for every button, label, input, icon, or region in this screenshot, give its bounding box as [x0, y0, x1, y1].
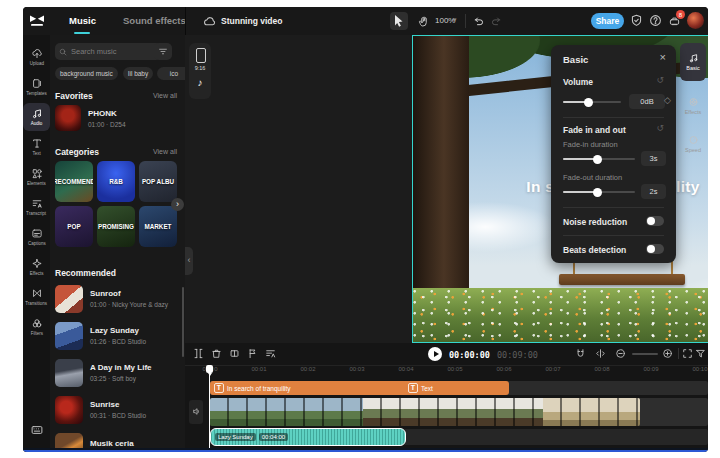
delete-icon[interactable] — [211, 348, 222, 359]
sidebar-item-text[interactable]: Text — [23, 133, 50, 161]
zoom-slider[interactable] — [632, 353, 658, 355]
shield-check-icon[interactable] — [630, 14, 643, 27]
left-sidebar: Upload Templates Audio Text Elements Tra… — [23, 35, 50, 452]
cloud-sync-icon[interactable] — [203, 15, 216, 28]
search-icon — [59, 48, 67, 56]
list-item[interactable]: Sunroof 01:00 · Nicky Youre & dazy — [55, 285, 180, 313]
keyframe-diamond-icon[interactable]: ◇ — [664, 95, 671, 105]
meadow-art — [413, 288, 708, 343]
split-icon[interactable] — [193, 348, 204, 359]
noise-reduction-label: Noise reduction — [563, 217, 627, 227]
category-tile[interactable]: POP ALBU — [139, 161, 177, 202]
sidebar-item-transitions[interactable]: Transitions — [23, 283, 50, 311]
text-clip[interactable]: T In search of tranquility — [210, 381, 409, 395]
category-tile[interactable]: R&B — [97, 161, 135, 202]
music-filter-button[interactable] — [154, 43, 172, 60]
transcript-icon[interactable] — [265, 348, 276, 359]
category-tile[interactable]: PROMISING — [97, 206, 135, 247]
undo-icon[interactable] — [473, 15, 485, 27]
flag-icon[interactable] — [247, 348, 258, 359]
fade-reset-icon[interactable]: ↺ — [656, 123, 664, 133]
tag-chip[interactable]: lil baby — [123, 67, 153, 80]
tag-chip[interactable]: background music — [55, 67, 118, 80]
tab-sound-effects[interactable]: Sound effects — [123, 15, 186, 26]
playhead[interactable] — [206, 365, 214, 448]
track-mute-button[interactable] — [189, 400, 203, 424]
fullscreen-icon[interactable] — [682, 348, 693, 359]
right-rail-effects[interactable]: Effects — [680, 87, 706, 125]
app-logo-icon[interactable] — [29, 14, 45, 28]
total-time: 00:09:00 — [497, 350, 538, 360]
category-tile[interactable]: RECOMMEND — [55, 161, 93, 202]
fade-in-slider[interactable] — [563, 158, 635, 160]
sidebar-item-captions[interactable]: Captions — [23, 223, 50, 251]
recommended-header: Recommended — [55, 268, 116, 278]
sidebar-item-templates[interactable]: Templates — [23, 73, 50, 101]
volume-reset-icon[interactable]: ↺ — [656, 75, 664, 85]
upload-icon — [31, 48, 43, 59]
right-rail-speed[interactable]: Speed — [680, 125, 706, 163]
fade-out-value[interactable]: 2s — [641, 184, 666, 199]
magnet-icon[interactable] — [575, 348, 586, 359]
category-tile[interactable]: MARKET — [139, 206, 177, 247]
list-item[interactable]: Sunrise 00:31 · BCD Studio — [55, 396, 180, 424]
effects-icon — [31, 258, 43, 269]
list-item[interactable]: Lazy Sunday 01:26 · BCD Studio — [55, 322, 180, 350]
hand-tool-icon[interactable] — [418, 15, 430, 28]
timeline-play-button[interactable] — [428, 347, 442, 361]
category-tile[interactable]: POP — [55, 206, 93, 247]
close-icon[interactable]: × — [660, 51, 666, 63]
fade-in-value[interactable]: 3s — [641, 151, 666, 166]
help-icon[interactable] — [649, 14, 662, 27]
fade-out-slider[interactable] — [563, 191, 635, 193]
text-icon — [31, 138, 43, 149]
timeline-ruler[interactable]: 00:00 00:01 00:02 00:03 00:04 00:05 00:0… — [185, 366, 708, 379]
cursor-tool-button[interactable] — [390, 12, 408, 30]
play-icon — [434, 351, 439, 357]
adapt-icon[interactable] — [695, 348, 706, 359]
share-button[interactable]: Share — [591, 13, 624, 29]
filter-icon — [158, 47, 168, 56]
transitions-icon — [31, 288, 43, 299]
panel-scrollbar[interactable] — [182, 287, 184, 357]
sidebar-item-effects[interactable]: Effects — [23, 253, 50, 281]
fade-out-label: Fade-out duration — [563, 173, 622, 182]
shortcuts-icon[interactable] — [31, 425, 43, 435]
volume-slider[interactable] — [563, 101, 621, 103]
crop-icon[interactable] — [229, 348, 240, 359]
list-item[interactable]: PHONK 01:00 · D254 — [55, 105, 180, 131]
list-item[interactable]: A Day in My Life 03:25 · Soft boy — [55, 359, 180, 387]
favorites-view-all[interactable]: View all — [153, 92, 177, 99]
zoom-in-icon[interactable] — [662, 348, 673, 359]
search-input[interactable] — [55, 43, 161, 60]
sidebar-item-upload[interactable]: Upload — [23, 43, 50, 71]
beats-detection-toggle[interactable] — [646, 244, 664, 254]
video-clip[interactable] — [210, 398, 640, 426]
ratio-pill[interactable]: 9:16 ♪ — [189, 43, 211, 99]
phone-icon — [196, 48, 206, 63]
song-thumbnail — [55, 285, 83, 313]
avatar[interactable] — [687, 12, 704, 29]
tiktok-icon[interactable]: ♪ — [189, 77, 211, 88]
noise-reduction-toggle[interactable] — [646, 216, 664, 226]
sidebar-item-audio[interactable]: Audio — [23, 103, 50, 131]
panel-collapse-handle[interactable]: ‹ — [185, 247, 193, 275]
volume-value[interactable]: 0dB — [629, 94, 665, 109]
video-segment — [543, 398, 640, 426]
text-clip-icon: T — [214, 383, 224, 393]
sidebar-item-filters[interactable]: Filters — [23, 313, 50, 341]
redo-icon[interactable] — [490, 15, 502, 27]
right-rail-basic[interactable]: Basic — [680, 43, 706, 81]
categories-header: Categories — [55, 147, 99, 157]
project-title[interactable]: Stunning video — [221, 16, 282, 26]
chevron-down-icon[interactable]: ▾ — [453, 16, 457, 24]
sidebar-item-elements[interactable]: Elements — [23, 163, 50, 191]
text-clip[interactable]: T Text — [404, 381, 509, 395]
categories-next-button[interactable]: › — [171, 198, 184, 211]
zoom-out-icon[interactable] — [615, 348, 626, 359]
tab-music[interactable]: Music — [69, 15, 96, 26]
preview-split-icon[interactable] — [595, 348, 606, 359]
audio-clip[interactable]: Lazy Sunday 00:04:00 — [210, 428, 406, 446]
categories-view-all[interactable]: View all — [153, 148, 177, 155]
sidebar-item-transcript[interactable]: Transcript — [23, 193, 50, 221]
